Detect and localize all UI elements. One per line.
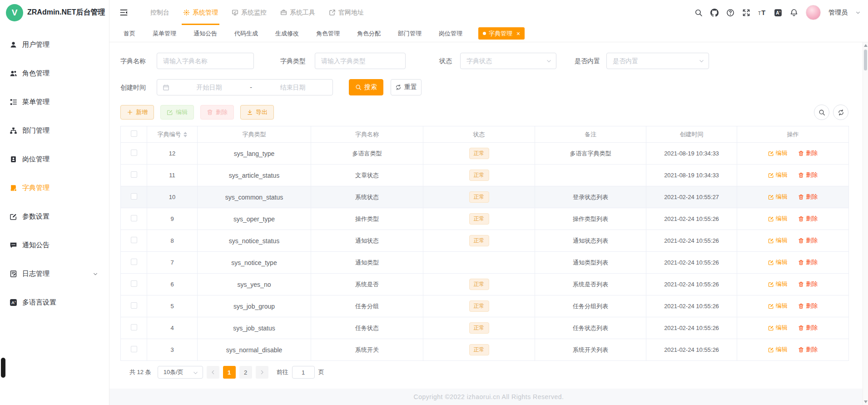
dict-type-link[interactable]: sys_lang_type bbox=[198, 143, 311, 165]
scroll-down-arrow[interactable] bbox=[864, 400, 868, 403]
sidebar-item-部门管理[interactable]: 部门管理 bbox=[0, 116, 109, 145]
sidebar-item-通知公告[interactable]: 通知公告 bbox=[0, 231, 109, 260]
row-checkbox[interactable] bbox=[131, 215, 137, 221]
scrollbar-thumb[interactable] bbox=[864, 50, 867, 70]
row-delete-button[interactable]: 删除 bbox=[798, 324, 818, 332]
tab-岗位管理[interactable]: 岗位管理 bbox=[430, 25, 471, 42]
sidebar-item-岗位管理[interactable]: 岗位管理 bbox=[0, 145, 109, 174]
chevron-down-icon[interactable] bbox=[855, 10, 861, 15]
row-delete-button[interactable]: 删除 bbox=[798, 171, 818, 179]
column-dict-id[interactable]: 字典编号 bbox=[147, 126, 198, 143]
builtin-select-input[interactable] bbox=[607, 53, 709, 69]
sidebar-item-角色管理[interactable]: 角色管理 bbox=[0, 59, 109, 88]
date-range-picker[interactable]: - bbox=[157, 79, 333, 95]
dict-type-link[interactable]: sys_notice_status bbox=[198, 230, 311, 252]
tab-首页[interactable]: 首页 bbox=[115, 25, 144, 42]
row-edit-button[interactable]: 编辑 bbox=[768, 193, 788, 201]
language-icon[interactable]: Ax bbox=[774, 9, 782, 17]
scroll-up-arrow[interactable] bbox=[864, 44, 868, 47]
dict-type-link[interactable]: sys_notice_type bbox=[198, 252, 311, 274]
search-icon[interactable] bbox=[694, 9, 703, 17]
row-checkbox[interactable] bbox=[131, 237, 137, 243]
row-edit-button[interactable]: 编辑 bbox=[768, 345, 788, 354]
topnav-item-系统监控[interactable]: 系统监控 bbox=[225, 0, 273, 25]
tab-生成修改[interactable]: 生成修改 bbox=[267, 25, 308, 42]
collapse-sidebar-icon[interactable] bbox=[119, 8, 128, 17]
row-checkbox[interactable] bbox=[131, 324, 137, 330]
row-delete-button[interactable]: 删除 bbox=[798, 215, 818, 223]
row-delete-button[interactable]: 删除 bbox=[798, 236, 818, 245]
row-checkbox[interactable] bbox=[131, 280, 137, 287]
row-delete-button[interactable]: 删除 bbox=[798, 345, 818, 354]
sidebar-item-日志管理[interactable]: 日志管理 bbox=[0, 260, 109, 288]
topnav-item-官网地址[interactable]: 官网地址 bbox=[322, 0, 371, 25]
dict-type-link[interactable]: sys_common_status bbox=[198, 186, 311, 208]
delete-button[interactable]: 删除 bbox=[200, 105, 234, 120]
topnav-item-系统工具[interactable]: 系统工具 bbox=[273, 0, 322, 25]
tab-菜单管理[interactable]: 菜单管理 bbox=[144, 25, 185, 42]
page-size-select[interactable]: 10条/页 bbox=[158, 366, 203, 379]
sidebar-scrollbar-thumb[interactable] bbox=[1, 358, 5, 378]
vertical-scrollbar[interactable] bbox=[863, 42, 868, 405]
edit-button[interactable]: 编辑 bbox=[160, 105, 194, 120]
row-checkbox[interactable] bbox=[131, 346, 137, 352]
help-icon[interactable] bbox=[726, 9, 734, 17]
user-name[interactable]: 管理员 bbox=[828, 9, 848, 17]
tab-角色分配[interactable]: 角色分配 bbox=[348, 25, 389, 42]
sidebar-item-多语言设置[interactable]: Ax 多语言设置 bbox=[0, 288, 109, 317]
dict-type-link[interactable]: sys_job_status bbox=[198, 317, 311, 339]
row-delete-button[interactable]: 删除 bbox=[798, 302, 818, 310]
sort-icon[interactable] bbox=[184, 132, 187, 137]
next-page-button[interactable] bbox=[256, 366, 268, 379]
row-edit-button[interactable]: 编辑 bbox=[768, 324, 788, 332]
sidebar-item-用户管理[interactable]: 用户管理 bbox=[0, 30, 109, 59]
dict-type-input[interactable] bbox=[315, 53, 405, 69]
row-delete-button[interactable]: 删除 bbox=[798, 149, 818, 157]
row-edit-button[interactable]: 编辑 bbox=[768, 149, 788, 157]
select-all-checkbox[interactable] bbox=[131, 130, 137, 137]
topnav-item-控制台[interactable]: 控制台 bbox=[144, 0, 176, 25]
dict-type-link[interactable]: sys_article_status bbox=[198, 165, 311, 186]
status-select-input[interactable] bbox=[461, 53, 556, 69]
sidebar-item-菜单管理[interactable]: 菜单管理 bbox=[0, 88, 109, 116]
bell-icon[interactable] bbox=[790, 9, 798, 17]
dict-type-link[interactable]: sys_oper_type bbox=[198, 208, 311, 230]
row-edit-button[interactable]: 编辑 bbox=[768, 302, 788, 310]
row-edit-button[interactable]: 编辑 bbox=[768, 280, 788, 288]
row-edit-button[interactable]: 编辑 bbox=[768, 215, 788, 223]
tab-角色管理[interactable]: 角色管理 bbox=[308, 25, 348, 42]
row-delete-button[interactable]: 删除 bbox=[798, 193, 818, 201]
row-checkbox[interactable] bbox=[131, 302, 137, 309]
github-icon[interactable] bbox=[710, 9, 719, 17]
avatar[interactable] bbox=[806, 5, 821, 20]
goto-page-input[interactable] bbox=[292, 366, 315, 379]
status-select[interactable] bbox=[460, 53, 556, 69]
export-button[interactable]: 导出 bbox=[240, 105, 274, 120]
fullscreen-icon[interactable] bbox=[742, 9, 750, 17]
sidebar-item-参数设置[interactable]: 参数设置 bbox=[0, 202, 109, 231]
prev-page-button[interactable] bbox=[207, 366, 219, 379]
row-checkbox[interactable] bbox=[131, 259, 137, 265]
app-logo[interactable]: V ZRAdmin.NET后台管理 bbox=[0, 0, 109, 25]
row-checkbox[interactable] bbox=[131, 171, 137, 178]
reset-button[interactable]: 重置 bbox=[391, 79, 422, 95]
row-delete-button[interactable]: 删除 bbox=[798, 280, 818, 288]
row-delete-button[interactable]: 删除 bbox=[798, 258, 818, 266]
dict-type-link[interactable]: sys_yes_no bbox=[198, 274, 311, 295]
tab-字典管理[interactable]: 字典管理 × bbox=[478, 27, 525, 40]
row-edit-button[interactable]: 编辑 bbox=[768, 171, 788, 179]
dict-type-link[interactable]: sys_normal_disable bbox=[198, 339, 311, 361]
tab-部门管理[interactable]: 部门管理 bbox=[389, 25, 430, 42]
end-date-input[interactable] bbox=[253, 80, 332, 95]
builtin-select[interactable] bbox=[606, 53, 709, 69]
row-checkbox[interactable] bbox=[131, 193, 137, 200]
start-date-input[interactable] bbox=[169, 80, 249, 95]
toggle-search-button[interactable] bbox=[814, 105, 829, 120]
font-size-icon[interactable]: TT bbox=[758, 9, 766, 17]
row-edit-button[interactable]: 编辑 bbox=[768, 236, 788, 245]
dict-type-link[interactable]: sys_job_group bbox=[198, 295, 311, 317]
page-button-2[interactable]: 2 bbox=[239, 366, 252, 379]
page-button-1[interactable]: 1 bbox=[223, 366, 236, 379]
add-button[interactable]: 新增 bbox=[120, 105, 154, 120]
search-button[interactable]: 搜索 bbox=[349, 79, 383, 95]
